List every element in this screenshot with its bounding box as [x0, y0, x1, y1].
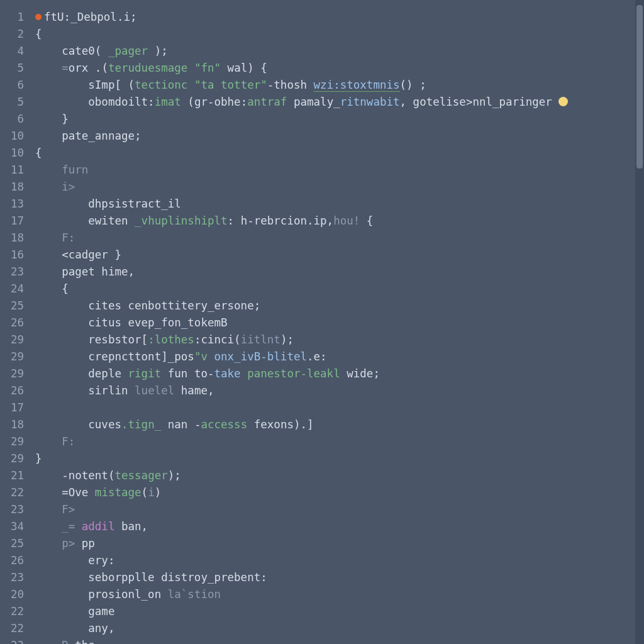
code-line[interactable]: dhpsistract_il — [35, 196, 644, 213]
line-number[interactable]: 4 — [0, 43, 30, 60]
line-number[interactable]: 21 — [0, 467, 30, 484]
code-line[interactable]: paget hime, — [35, 264, 644, 280]
line-number[interactable]: 17 — [0, 399, 30, 416]
line-number[interactable]: 20 — [0, 586, 30, 603]
code-line[interactable]: F: — [35, 230, 644, 247]
code-line[interactable]: ftU:_Debpol.i; — [35, 9, 644, 26]
code-token: =Ove — [62, 486, 95, 499]
code-line[interactable]: { — [35, 280, 644, 297]
code-line[interactable]: { — [35, 26, 644, 43]
code-line[interactable]: citus evep_fon_tokemB — [35, 314, 644, 331]
code-token: ery: — [88, 554, 114, 567]
code-token: pamaly_ — [294, 96, 340, 108]
line-number[interactable]: 23 — [0, 501, 30, 518]
scrollbar-thumb[interactable] — [636, 5, 643, 169]
line-number[interactable]: 23 — [0, 264, 30, 280]
code-token: iitlnt — [241, 333, 280, 346]
code-token: "v — [194, 350, 214, 363]
code-line[interactable]: _= addil ban, — [35, 518, 644, 535]
line-number[interactable]: 25 — [0, 297, 30, 314]
code-line[interactable]: obomdoilt:imat (gr-obhe:antraf pamaly_ri… — [35, 94, 644, 111]
code-token: .] — [301, 418, 314, 431]
line-number[interactable]: 34 — [0, 518, 30, 535]
code-line[interactable]: ewiten _vhuplinshiplt: h-rebrcion.ip,hou… — [35, 213, 644, 230]
code-line[interactable]: crepncttont]_pos"v onx_ivB-blitel.e: — [35, 348, 644, 365]
line-number[interactable]: 18 — [0, 230, 30, 247]
code-line[interactable]: cites cenbottitery_ersone; — [35, 297, 644, 314]
line-number[interactable]: 26 — [0, 382, 30, 399]
line-number[interactable]: 23 — [0, 569, 30, 586]
code-line[interactable]: sirlin luelel hame, — [35, 382, 644, 399]
code-line[interactable]: -notent(tessager); — [35, 467, 644, 484]
vertical-scrollbar[interactable] — [635, 0, 644, 644]
line-number[interactable]: 18 — [0, 416, 30, 433]
code-token: fexons) — [254, 418, 301, 431]
code-editor[interactable]: 1245656101011181317181623242526292929261… — [0, 0, 644, 644]
code-token: ); — [148, 45, 168, 57]
code-line[interactable]: furn — [35, 162, 644, 179]
code-area[interactable]: ftU:_Debpol.i;{ cate0( _pager ); =orx .(… — [30, 0, 644, 644]
line-number[interactable]: 17 — [0, 213, 30, 230]
code-line[interactable]: pate_annage; — [35, 128, 644, 145]
code-line[interactable]: ery: — [35, 552, 644, 569]
code-line[interactable]: i> — [35, 179, 644, 196]
code-line[interactable]: seborpplle distroy_prebent: — [35, 569, 644, 586]
code-line[interactable]: cuves.tign_ nan -accesss fexons).] — [35, 416, 644, 433]
code-line[interactable]: F> — [35, 501, 644, 518]
code-line[interactable]: =Ove mistage(i) — [35, 484, 644, 501]
line-number[interactable]: 29 — [0, 331, 30, 348]
code-line[interactable]: { — [35, 145, 644, 162]
line-number[interactable]: 25 — [0, 535, 30, 552]
line-number[interactable]: 29 — [0, 348, 30, 365]
line-number-gutter[interactable]: 1245656101011181317181623242526292929261… — [0, 0, 30, 644]
code-token: deple — [88, 367, 128, 380]
code-line[interactable]: } — [35, 111, 644, 128]
line-number[interactable]: 24 — [0, 280, 30, 297]
line-number[interactable]: 2 — [0, 26, 30, 43]
code-line[interactable]: F: — [35, 433, 644, 450]
code-line[interactable]: deple rigit fun to-take panestor-leakl w… — [35, 365, 644, 382]
code-line[interactable]: any, — [35, 620, 644, 637]
line-number[interactable]: 29 — [0, 433, 30, 450]
code-line[interactable]: cate0( _pager ); — [35, 43, 644, 60]
line-number[interactable]: 26 — [0, 552, 30, 569]
line-number[interactable]: 26 — [0, 314, 30, 331]
line-number[interactable]: 5 — [0, 60, 30, 77]
line-number[interactable]: 29 — [0, 450, 30, 467]
line-number[interactable]: 16 — [0, 247, 30, 264]
code-line[interactable] — [35, 399, 644, 416]
code-token: take — [214, 367, 248, 380]
code-line[interactable]: R the — [35, 637, 644, 644]
code-line[interactable]: resbstor[:lothes:cinci(iitlnt); — [35, 331, 644, 348]
line-number[interactable]: 22 — [0, 620, 30, 637]
code-line[interactable]: game — [35, 603, 644, 620]
code-line[interactable]: =orx .(teruduesmage "fn" wal) { — [35, 60, 644, 77]
line-number[interactable]: 6 — [0, 77, 30, 94]
code-token: { — [360, 214, 373, 227]
line-number[interactable]: 1 — [0, 9, 30, 26]
line-number[interactable]: 22 — [0, 603, 30, 620]
breakpoint-icon[interactable] — [35, 14, 42, 20]
code-token: { — [62, 282, 69, 295]
code-line[interactable]: } — [35, 450, 644, 467]
code-line[interactable]: <cadger } — [35, 247, 644, 264]
code-line[interactable]: p> pp — [35, 535, 644, 552]
code-line[interactable]: sImp[ (tectionc "ta totter"-thosh wzi:st… — [35, 77, 644, 94]
code-token: ); — [280, 333, 294, 346]
line-number[interactable]: 6 — [0, 111, 30, 128]
line-number[interactable]: 18 — [0, 179, 30, 196]
line-number[interactable]: 10 — [0, 128, 30, 145]
line-number[interactable]: 5 — [0, 94, 30, 111]
code-token: ewiten — [88, 214, 135, 227]
code-token: any, — [88, 622, 114, 635]
code-token: F: — [62, 435, 75, 448]
line-number[interactable]: 11 — [0, 162, 30, 179]
code-token: wal) { — [221, 62, 267, 74]
line-number[interactable]: 22 — [0, 484, 30, 501]
code-token: prosionl_on — [88, 588, 167, 601]
line-number[interactable]: 10 — [0, 145, 30, 162]
line-number[interactable]: 23 — [0, 637, 30, 644]
code-line[interactable]: prosionl_on la`stion — [35, 586, 644, 603]
line-number[interactable]: 29 — [0, 365, 30, 382]
line-number[interactable]: 13 — [0, 196, 30, 213]
